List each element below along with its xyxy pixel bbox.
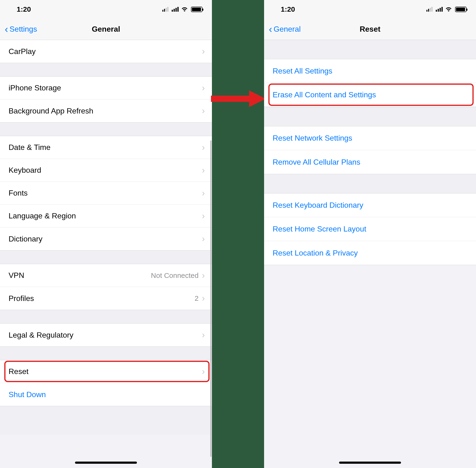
settings-group: VPN Not Connected › Profiles 2 › [0, 264, 212, 310]
row-remove-cellular-plans[interactable]: Remove All Cellular Plans [264, 150, 476, 174]
settings-group: CarPlay › [0, 40, 212, 63]
settings-group: Date & Time › Keyboard › Fonts › Languag… [0, 136, 212, 250]
section-gap [0, 123, 212, 136]
reset-group: Reset Network Settings Remove All Cellul… [264, 126, 476, 174]
chevron-right-icon: › [202, 294, 205, 303]
reset-group: Reset Keyboard Dictionary Reset Home Scr… [264, 193, 476, 265]
row-label: Keyboard [9, 166, 41, 175]
status-icons [162, 6, 202, 12]
chevron-right-icon: › [202, 166, 205, 175]
row-profiles[interactable]: Profiles 2 › [0, 287, 212, 310]
row-reset-all-settings[interactable]: Reset All Settings [264, 59, 476, 83]
nav-title: Reset [360, 25, 380, 33]
chevron-right-icon: › [202, 271, 205, 280]
row-label: Reset Home Screen Layout [273, 225, 366, 234]
battery-icon [455, 7, 466, 12]
nav-bar: ‹ Settings General [0, 19, 212, 40]
row-label: iPhone Storage [9, 84, 61, 92]
row-label: Language & Region [9, 212, 76, 220]
chevron-right-icon: › [202, 47, 205, 56]
row-fonts[interactable]: Fonts › [0, 182, 212, 205]
svg-marker-1 [249, 90, 266, 107]
cellular-strength-icon [162, 7, 168, 12]
row-label: Reset All Settings [273, 67, 332, 75]
row-label: VPN [9, 271, 24, 280]
row-iphone-storage[interactable]: iPhone Storage › [0, 77, 212, 100]
nav-title: General [92, 25, 120, 33]
home-indicator[interactable] [75, 462, 137, 464]
section-gap [264, 107, 476, 126]
section-gap [0, 406, 212, 435]
nav-back-button[interactable]: ‹ General [269, 24, 301, 34]
chevron-right-icon: › [202, 234, 205, 243]
row-shut-down[interactable]: Shut Down [0, 383, 212, 406]
row-label: Reset Keyboard Dictionary [273, 201, 363, 210]
status-time: 1:20 [281, 5, 295, 13]
row-reset-home-screen[interactable]: Reset Home Screen Layout [264, 217, 476, 241]
wifi-icon [445, 6, 452, 12]
row-label: Reset Location & Privacy [273, 249, 358, 257]
signal-bars-icon [435, 7, 443, 12]
status-time: 1:20 [17, 5, 31, 13]
row-value: 2 [195, 294, 199, 302]
row-label: Dictionary [9, 234, 42, 243]
nav-back-label: Settings [10, 25, 37, 33]
row-label: CarPlay [9, 47, 36, 56]
row-reset[interactable]: Reset › [0, 360, 212, 383]
row-dictionary[interactable]: Dictionary › [0, 227, 212, 250]
row-background-app-refresh[interactable]: Background App Refresh › [0, 100, 212, 122]
nav-bar: ‹ General Reset [264, 19, 476, 40]
scrollbar-indicator [210, 140, 212, 457]
row-label: Date & Time [9, 143, 50, 152]
reset-group: Reset All Settings Erase All Content and… [264, 59, 476, 107]
battery-icon [191, 7, 202, 12]
section-gap [264, 174, 476, 193]
phone-reset-settings: 1:20 ‹ General Reset Reset All Settings [264, 0, 476, 468]
row-language-region[interactable]: Language & Region › [0, 205, 212, 227]
row-reset-keyboard-dictionary[interactable]: Reset Keyboard Dictionary [264, 193, 476, 217]
phone-general-settings: 1:20 ‹ Settings General CarPlay › [0, 0, 212, 468]
chevron-left-icon: ‹ [5, 24, 8, 34]
settings-group: Legal & Regulatory › [0, 323, 212, 347]
wifi-icon [181, 6, 188, 12]
chevron-right-icon: › [202, 212, 205, 220]
section-gap [0, 63, 212, 76]
section-gap [264, 40, 476, 59]
row-label: Reset [9, 367, 29, 376]
row-label: Legal & Regulatory [9, 331, 73, 339]
status-bar: 1:20 [0, 0, 212, 19]
row-reset-location-privacy[interactable]: Reset Location & Privacy [264, 241, 476, 265]
row-vpn[interactable]: VPN Not Connected › [0, 264, 212, 287]
cellular-strength-icon [427, 7, 432, 12]
row-label: Profiles [9, 294, 34, 303]
nav-back-button[interactable]: ‹ Settings [5, 24, 37, 34]
chevron-right-icon: › [202, 84, 205, 92]
row-erase-all-content[interactable]: Erase All Content and Settings [264, 83, 476, 107]
row-label: Erase All Content and Settings [273, 90, 376, 99]
chevron-right-icon: › [202, 107, 205, 115]
chevron-right-icon: › [202, 331, 205, 339]
row-label: Background App Refresh [9, 107, 93, 115]
row-label: Shut Down [9, 390, 46, 399]
settings-group: iPhone Storage › Background App Refresh … [0, 76, 212, 123]
row-carplay[interactable]: CarPlay › [0, 40, 212, 63]
home-indicator[interactable] [339, 462, 401, 464]
nav-back-label: General [274, 25, 301, 33]
section-gap [0, 250, 212, 264]
row-date-time[interactable]: Date & Time › [0, 136, 212, 159]
chevron-right-icon: › [202, 143, 205, 152]
status-icons [427, 6, 466, 12]
row-reset-network[interactable]: Reset Network Settings [264, 126, 476, 150]
chevron-right-icon: › [202, 367, 205, 376]
divider-gap [212, 0, 264, 468]
section-gap [0, 347, 212, 360]
signal-bars-icon [171, 7, 179, 12]
chevron-left-icon: ‹ [269, 24, 272, 34]
row-label: Remove All Cellular Plans [273, 158, 360, 167]
row-value: Not Connected [151, 271, 199, 279]
arrow-right-icon [211, 88, 266, 109]
chevron-right-icon: › [202, 189, 205, 197]
row-legal-regulatory[interactable]: Legal & Regulatory › [0, 323, 212, 346]
settings-group: Reset › Shut Down [0, 360, 212, 406]
row-keyboard[interactable]: Keyboard › [0, 159, 212, 182]
